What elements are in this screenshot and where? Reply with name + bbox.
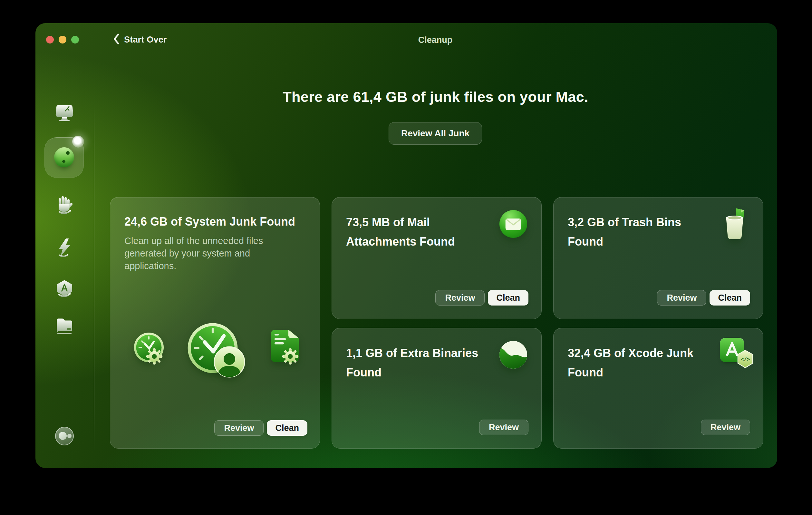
sidebar-item-lightning[interactable] [58, 238, 71, 257]
review-all-junk-button[interactable]: Review All Junk [388, 122, 482, 145]
card-title: 1,1 GB of Extra Binaries Found [346, 344, 497, 382]
review-button[interactable]: Review [701, 420, 750, 435]
card-trash-bins: 3,2 GB of Trash Bins Found Review Clean [553, 197, 763, 319]
sidebar-item-hand[interactable] [56, 195, 73, 214]
review-button[interactable]: Review [479, 420, 528, 435]
window-title: Cleanup [418, 35, 453, 45]
card-system-junk: 24,6 GB of System Junk Found Clean up al… [110, 197, 320, 449]
sidebar-item-cleanup[interactable] [45, 137, 84, 178]
gear-icon [282, 348, 299, 366]
card-title: 73,5 MB of Mail Attachments Found [346, 213, 497, 251]
review-button[interactable]: Review [657, 290, 706, 306]
lightning-icon [58, 238, 71, 257]
page-title: There are 61,4 GB of junk files on your … [94, 89, 777, 105]
xcode-icon: </> [720, 338, 754, 369]
hand-icon [56, 195, 73, 214]
start-over-label: Start Over [124, 35, 167, 45]
app-store-hexagon-icon [55, 279, 74, 298]
card-description: Clean up all of the unneeded files gener… [124, 235, 283, 272]
chevron-left-icon [113, 33, 120, 46]
document-icon [271, 330, 299, 363]
mail-envelope-icon [499, 209, 528, 240]
clock-icon [134, 332, 164, 364]
trash-bin-icon [720, 207, 750, 241]
card-title: 3,2 GB of Trash Bins Found [568, 213, 719, 251]
cleanup-orb-icon [54, 147, 74, 167]
svg-text:</>: </> [741, 356, 750, 362]
sidebar-item-folder[interactable] [55, 317, 74, 334]
card-xcode-junk: 32,4 GB of Xcode Junk Found </> Review [553, 328, 763, 449]
review-button[interactable]: Review [214, 420, 264, 436]
binaries-wave-icon [499, 340, 528, 371]
folder-icon [55, 317, 74, 334]
clock-icon [187, 323, 238, 375]
notification-glow-dot [72, 136, 84, 148]
sidebar-divider [94, 104, 94, 452]
app-window: Start Over Cleanup [35, 23, 777, 468]
gear-icon [146, 348, 163, 366]
assistant-avatar-icon[interactable] [55, 427, 74, 446]
monitor-sparkle-icon [55, 105, 74, 121]
card-title: 24,6 GB of System Junk Found [124, 214, 295, 229]
card-mail-attachments: 73,5 MB of Mail Attachments Found Review… [331, 197, 542, 319]
card-title: 32,4 GB of Xcode Junk Found [568, 344, 719, 382]
card-extra-binaries: 1,1 GB of Extra Binaries Found Review [331, 328, 542, 449]
start-over-button[interactable]: Start Over [113, 33, 167, 47]
sidebar-item-appstore-hexagon[interactable] [55, 279, 74, 298]
clean-button[interactable]: Clean [709, 290, 750, 306]
clean-button[interactable]: Clean [267, 420, 308, 436]
review-button[interactable]: Review [435, 290, 485, 306]
sidebar-item-monitor[interactable] [55, 105, 74, 121]
user-avatar-icon [213, 346, 245, 379]
clean-button[interactable]: Clean [488, 290, 528, 306]
sidebar [35, 23, 94, 468]
